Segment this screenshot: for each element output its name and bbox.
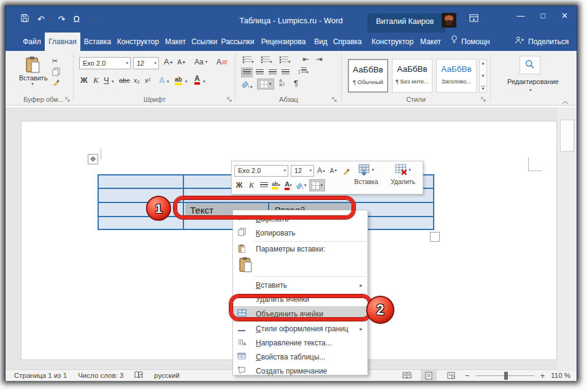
close-button[interactable]: ✕ <box>561 11 568 20</box>
mini-align-icon[interactable] <box>259 179 269 191</box>
table-move-handle[interactable]: ✥ <box>88 154 98 164</box>
style-no-spacing[interactable]: АаБбВв ¶ Без инте... <box>392 59 432 93</box>
subscript-button[interactable]: x₂ <box>134 77 140 84</box>
share-button[interactable]: Поделиться <box>515 33 569 51</box>
shrink-font-button[interactable]: А▼ <box>177 58 186 66</box>
mini-bold-button[interactable]: Ж <box>234 179 244 191</box>
mini-insert-table-button[interactable]: ▾ Вставка <box>350 164 382 185</box>
menu-item-table-properties[interactable]: Свойства таблицы... <box>233 350 367 364</box>
account-user-name[interactable]: Виталий Каиров <box>376 17 434 26</box>
underline-button[interactable]: Ч <box>104 75 109 85</box>
menu-item-border-styles[interactable]: Стили оформления границ ▸ <box>233 321 367 336</box>
font-size-combo[interactable]: 12▾ <box>133 57 159 69</box>
align-justify-button[interactable] <box>280 67 291 77</box>
language-indicator[interactable]: русский <box>154 372 179 379</box>
menu-item-new-comment[interactable]: Создать примечание <box>233 364 367 378</box>
font-name-combo[interactable]: Exo 2.0▾ <box>79 57 131 69</box>
italic-button[interactable]: К <box>93 75 99 85</box>
tab-table-design[interactable]: Конструктор <box>370 33 415 51</box>
align-left-button[interactable] <box>241 67 253 77</box>
mini-grow-font-button[interactable]: А▲ <box>317 164 326 177</box>
ribbon-display-options-icon[interactable] <box>469 13 478 25</box>
zoom-slider[interactable] <box>476 375 534 376</box>
line-spacing-icon[interactable]: ↕▾ <box>297 67 309 75</box>
zoom-out-button[interactable]: − <box>465 371 470 380</box>
mini-format-painter-icon[interactable] <box>341 164 351 177</box>
mini-borders-button[interactable]: ▾ <box>309 179 326 191</box>
read-mode-icon[interactable] <box>399 370 415 381</box>
underline-dropdown-icon[interactable]: ▾ <box>112 79 114 84</box>
font-color-dropdown-icon[interactable]: ▾ <box>203 79 205 84</box>
tab-design[interactable]: Конструктор <box>115 33 161 51</box>
menu-item-copy[interactable]: Копировать <box>233 226 367 240</box>
editing-label[interactable]: Редактирование <box>491 78 575 85</box>
gallery-more-icon[interactable]: ▼ <box>481 86 485 91</box>
mini-font-name-combo[interactable]: Exo 2.0▾ <box>234 165 288 177</box>
styles-dialog-launcher-icon[interactable] <box>481 96 487 102</box>
tab-review[interactable]: Рецензирова <box>256 33 310 51</box>
align-right-button[interactable] <box>267 67 278 77</box>
tab-layout[interactable]: Макет <box>163 33 188 51</box>
word-count[interactable]: Число слов: 3 <box>78 372 123 379</box>
text-effects-button[interactable]: А <box>159 75 165 85</box>
bold-button[interactable]: Ж <box>80 75 88 85</box>
strikethrough-button[interactable]: abc <box>119 77 130 84</box>
zoom-slider-thumb[interactable] <box>504 372 508 380</box>
format-painter-icon[interactable] <box>52 78 60 87</box>
clipboard-dialog-launcher-icon[interactable] <box>65 96 71 102</box>
copy-icon[interactable] <box>52 67 60 77</box>
numbered-list-icon[interactable]: ▾ <box>261 56 272 64</box>
mini-highlight-button[interactable]: ab▾ <box>271 179 281 191</box>
change-case-button[interactable]: Aa▾ <box>194 58 207 66</box>
paste-button[interactable]: Вставить ▾ <box>19 56 46 90</box>
tab-mailings[interactable]: Рассылки <box>220 33 255 51</box>
bullet-list-icon[interactable]: ▾ <box>242 56 254 64</box>
menu-item-insert[interactable]: Вставить ▸ <box>233 278 367 292</box>
zoom-level[interactable]: 110 % <box>551 372 570 379</box>
grow-font-button[interactable]: А▲ <box>164 57 174 66</box>
mini-delete-table-button[interactable]: ▾ Удалить <box>387 164 419 185</box>
print-layout-icon[interactable] <box>421 370 437 381</box>
maximize-button[interactable]: □ <box>540 11 545 20</box>
scrollbar-thumb[interactable] <box>560 120 574 152</box>
tab-view[interactable]: Вид <box>312 33 330 51</box>
scroll-up-icon[interactable]: ▲ <box>481 61 485 65</box>
superscript-button[interactable]: x² <box>145 77 150 84</box>
tab-file[interactable]: Файл <box>20 33 44 51</box>
tab-home[interactable]: Главная <box>45 33 80 51</box>
zoom-in-button[interactable]: + <box>540 371 545 380</box>
paste-keep-source-icon[interactable] <box>238 256 253 274</box>
table-resize-handle[interactable] <box>430 232 440 242</box>
borders-button[interactable]: ▾ <box>257 79 274 90</box>
paste-dropdown-icon[interactable]: ▾ <box>19 82 46 86</box>
cut-icon[interactable]: ✂ <box>52 57 58 65</box>
minimize-button[interactable]: — <box>516 11 524 20</box>
mini-font-color-button[interactable]: А▾ <box>283 179 293 191</box>
page-indicator[interactable]: Страница 1 из 1 <box>14 372 67 379</box>
paragraph-dialog-launcher-icon[interactable] <box>332 96 338 102</box>
tellme-button[interactable]: Помощн <box>451 33 490 51</box>
proofing-icon[interactable] <box>134 371 143 380</box>
editing-dropdown-icon[interactable]: ▾ <box>529 88 532 93</box>
find-button[interactable] <box>520 56 540 74</box>
tab-references[interactable]: Ссылки <box>190 33 219 51</box>
scroll-down-icon[interactable]: ▼ <box>481 74 485 78</box>
multilevel-list-icon[interactable]: ▾ <box>279 56 291 64</box>
web-layout-icon[interactable] <box>443 370 459 381</box>
pilcrow-icon[interactable]: ¶ <box>294 79 298 88</box>
styles-gallery-scroll[interactable]: ▲ ▼ ▼ <box>479 59 487 93</box>
highlight-dropdown-icon[interactable]: ▾ <box>185 79 188 84</box>
font-dialog-launcher-icon[interactable] <box>227 96 233 102</box>
menu-item-text-direction[interactable]: А Направление текста... <box>233 336 367 350</box>
clear-formatting-button[interactable]: А <box>217 58 227 66</box>
mini-shrink-font-button[interactable]: А▼ <box>329 164 339 177</box>
sort-icon[interactable]: АЯ ↓ <box>279 79 286 87</box>
decrease-indent-icon[interactable]: ⇤ <box>302 55 309 64</box>
tab-table-layout[interactable]: Макет <box>416 33 445 51</box>
mini-shading-icon[interactable]: ▾ <box>296 179 307 191</box>
align-center-button[interactable] <box>254 67 266 77</box>
style-normal[interactable]: АаБбВв ¶ Обычный <box>348 59 388 93</box>
increase-indent-icon[interactable]: ⇥ <box>316 55 323 64</box>
style-heading1[interactable]: АаБбВв Заголово... <box>436 59 477 93</box>
tab-insert[interactable]: Вставка <box>82 33 113 51</box>
